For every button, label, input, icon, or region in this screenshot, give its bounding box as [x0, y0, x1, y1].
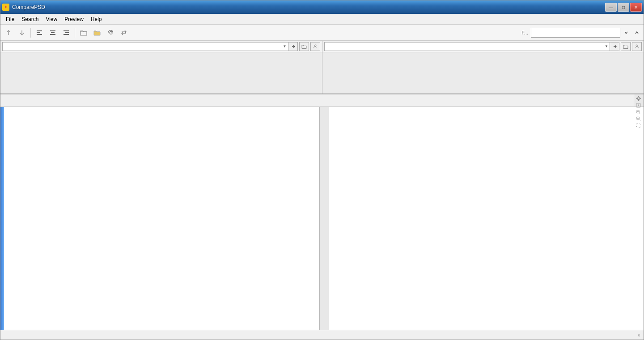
side-tools: [634, 94, 644, 106]
restore-button[interactable]: □: [618, 3, 629, 12]
window-title: ComparePSD: [12, 4, 45, 10]
move-up-button[interactable]: [2, 26, 15, 39]
svg-point-11: [637, 98, 639, 100]
right-file-pane: ▼: [322, 41, 644, 94]
svg-rect-7: [65, 32, 69, 33]
left-edge-bar: [0, 107, 4, 330]
right-browse-button[interactable]: [621, 42, 631, 51]
menu-file[interactable]: File: [2, 15, 18, 24]
open-right-folder-button[interactable]: [91, 26, 103, 39]
status-bar: [0, 330, 644, 340]
menu-search[interactable]: Search: [18, 15, 42, 24]
pan-tool-button[interactable]: [634, 95, 642, 102]
filter-up-button[interactable]: [632, 28, 642, 38]
svg-rect-3: [50, 30, 55, 31]
svg-rect-8: [64, 34, 69, 35]
svg-point-9: [314, 45, 316, 47]
sync-scroll-button[interactable]: [634, 122, 642, 129]
zoom-fit-button[interactable]: [634, 102, 642, 109]
align-right-button[interactable]: [60, 26, 72, 39]
svg-rect-5: [50, 34, 55, 35]
open-left-folder-button[interactable]: [77, 26, 90, 39]
svg-rect-6: [64, 30, 69, 31]
move-down-button[interactable]: [16, 26, 28, 39]
svg-rect-0: [37, 30, 42, 31]
menu-view[interactable]: View: [42, 15, 61, 24]
zoom-out-button[interactable]: [634, 115, 642, 122]
right-navigate-button[interactable]: [610, 42, 619, 51]
filter-label: F...: [521, 30, 528, 35]
split-view: [0, 107, 644, 330]
zoom-in-button[interactable]: [634, 109, 642, 115]
left-file-pane: ▼: [0, 41, 322, 94]
title-bar-left: ✦ ComparePSD: [2, 4, 45, 11]
middle-toolbar: [0, 94, 644, 107]
toolbar: F...: [0, 25, 644, 41]
menu-bar: File Search View Preview Help: [0, 14, 644, 25]
main-window: ✦ ComparePSD — □ ✕ File Search View Prev…: [0, 0, 644, 340]
right-path-bar: ▼: [322, 41, 644, 52]
center-divider: [319, 107, 329, 330]
menu-help[interactable]: Help: [87, 15, 106, 24]
filter-down-button[interactable]: [621, 28, 631, 38]
title-bar-controls: — □ ✕: [605, 3, 642, 12]
main-content: ▼: [0, 41, 644, 330]
right-user-button[interactable]: [632, 42, 642, 51]
align-left-button[interactable]: [33, 26, 46, 39]
refresh-button[interactable]: [104, 26, 117, 39]
svg-rect-1: [37, 32, 40, 33]
swap-button[interactable]: [118, 26, 130, 39]
left-navigate-button[interactable]: [288, 42, 298, 51]
svg-rect-4: [51, 32, 55, 33]
status-right: [636, 332, 641, 338]
left-browse-button[interactable]: [299, 42, 309, 51]
left-top-content: [0, 52, 322, 94]
toolbar-sep-2: [75, 28, 75, 38]
title-bar: ✦ ComparePSD — □ ✕: [0, 0, 644, 14]
left-panel[interactable]: [4, 107, 319, 330]
menu-preview[interactable]: Preview: [61, 15, 87, 24]
right-panel[interactable]: [329, 107, 644, 330]
right-path-dropdown[interactable]: [324, 42, 612, 51]
close-button[interactable]: ✕: [630, 3, 642, 12]
left-path-dropdown[interactable]: [2, 42, 290, 51]
align-center-button[interactable]: [47, 26, 59, 39]
right-top-content: [322, 52, 644, 94]
minimize-button[interactable]: —: [605, 3, 617, 12]
left-user-button[interactable]: [310, 42, 320, 51]
toolbar-sep-1: [30, 28, 31, 38]
left-path-bar: ▼: [0, 41, 322, 52]
app-icon: ✦: [2, 4, 9, 11]
svg-point-10: [636, 45, 638, 47]
filter-input[interactable]: [531, 28, 620, 38]
svg-rect-2: [37, 34, 42, 35]
top-pane: ▼: [0, 41, 644, 94]
